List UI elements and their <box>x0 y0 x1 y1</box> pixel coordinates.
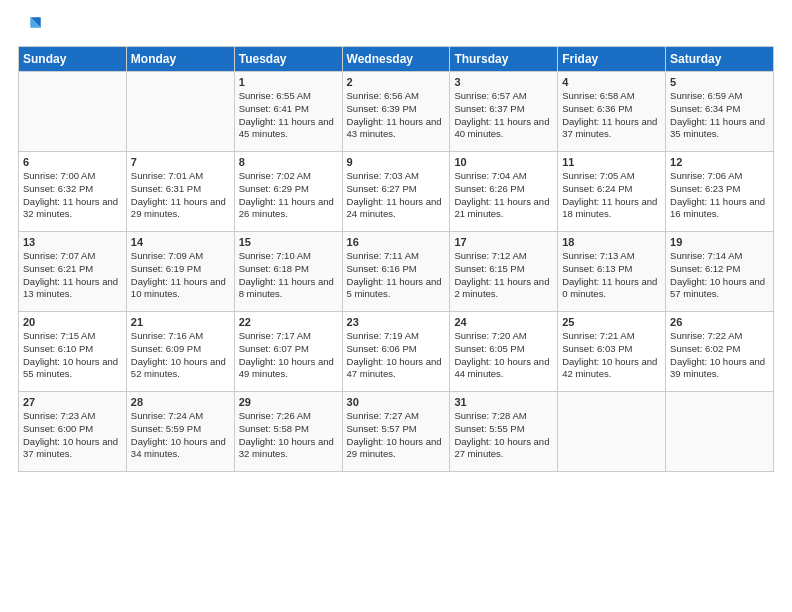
day-number: 25 <box>562 316 661 328</box>
calendar-cell <box>126 72 234 152</box>
week-row-0: 1Sunrise: 6:55 AM Sunset: 6:41 PM Daylig… <box>19 72 774 152</box>
day-number: 4 <box>562 76 661 88</box>
cell-info: Sunrise: 6:59 AM Sunset: 6:34 PM Dayligh… <box>670 90 765 139</box>
cell-info: Sunrise: 7:27 AM Sunset: 5:57 PM Dayligh… <box>347 410 442 459</box>
cell-info: Sunrise: 7:22 AM Sunset: 6:02 PM Dayligh… <box>670 330 765 379</box>
calendar-cell: 15Sunrise: 7:10 AM Sunset: 6:18 PM Dayli… <box>234 232 342 312</box>
calendar-cell: 4Sunrise: 6:58 AM Sunset: 6:36 PM Daylig… <box>558 72 666 152</box>
cell-info: Sunrise: 7:24 AM Sunset: 5:59 PM Dayligh… <box>131 410 226 459</box>
cell-info: Sunrise: 7:10 AM Sunset: 6:18 PM Dayligh… <box>239 250 334 299</box>
header <box>18 12 774 40</box>
cell-info: Sunrise: 7:12 AM Sunset: 6:15 PM Dayligh… <box>454 250 549 299</box>
calendar-cell: 10Sunrise: 7:04 AM Sunset: 6:26 PM Dayli… <box>450 152 558 232</box>
calendar-cell: 24Sunrise: 7:20 AM Sunset: 6:05 PM Dayli… <box>450 312 558 392</box>
cell-info: Sunrise: 7:28 AM Sunset: 5:55 PM Dayligh… <box>454 410 549 459</box>
calendar-cell: 17Sunrise: 7:12 AM Sunset: 6:15 PM Dayli… <box>450 232 558 312</box>
header-saturday: Saturday <box>666 47 774 72</box>
cell-info: Sunrise: 7:03 AM Sunset: 6:27 PM Dayligh… <box>347 170 442 219</box>
calendar-cell: 3Sunrise: 6:57 AM Sunset: 6:37 PM Daylig… <box>450 72 558 152</box>
cell-info: Sunrise: 7:23 AM Sunset: 6:00 PM Dayligh… <box>23 410 118 459</box>
cell-info: Sunrise: 7:07 AM Sunset: 6:21 PM Dayligh… <box>23 250 118 299</box>
calendar-cell: 19Sunrise: 7:14 AM Sunset: 6:12 PM Dayli… <box>666 232 774 312</box>
cell-info: Sunrise: 7:17 AM Sunset: 6:07 PM Dayligh… <box>239 330 334 379</box>
day-number: 12 <box>670 156 769 168</box>
header-friday: Friday <box>558 47 666 72</box>
day-number: 9 <box>347 156 446 168</box>
cell-info: Sunrise: 6:57 AM Sunset: 6:37 PM Dayligh… <box>454 90 549 139</box>
calendar-cell: 22Sunrise: 7:17 AM Sunset: 6:07 PM Dayli… <box>234 312 342 392</box>
day-number: 13 <box>23 236 122 248</box>
day-number: 27 <box>23 396 122 408</box>
day-number: 19 <box>670 236 769 248</box>
calendar-cell: 8Sunrise: 7:02 AM Sunset: 6:29 PM Daylig… <box>234 152 342 232</box>
logo <box>18 12 50 40</box>
week-row-3: 20Sunrise: 7:15 AM Sunset: 6:10 PM Dayli… <box>19 312 774 392</box>
calendar-cell: 11Sunrise: 7:05 AM Sunset: 6:24 PM Dayli… <box>558 152 666 232</box>
cell-info: Sunrise: 6:58 AM Sunset: 6:36 PM Dayligh… <box>562 90 657 139</box>
day-number: 7 <box>131 156 230 168</box>
day-number: 15 <box>239 236 338 248</box>
cell-info: Sunrise: 7:14 AM Sunset: 6:12 PM Dayligh… <box>670 250 765 299</box>
calendar-cell <box>666 392 774 472</box>
cell-info: Sunrise: 7:01 AM Sunset: 6:31 PM Dayligh… <box>131 170 226 219</box>
day-number: 8 <box>239 156 338 168</box>
header-tuesday: Tuesday <box>234 47 342 72</box>
calendar-cell: 7Sunrise: 7:01 AM Sunset: 6:31 PM Daylig… <box>126 152 234 232</box>
cell-info: Sunrise: 7:02 AM Sunset: 6:29 PM Dayligh… <box>239 170 334 219</box>
page: SundayMondayTuesdayWednesdayThursdayFrid… <box>0 0 792 480</box>
cell-info: Sunrise: 7:13 AM Sunset: 6:13 PM Dayligh… <box>562 250 657 299</box>
header-thursday: Thursday <box>450 47 558 72</box>
calendar-cell: 27Sunrise: 7:23 AM Sunset: 6:00 PM Dayli… <box>19 392 127 472</box>
day-number: 22 <box>239 316 338 328</box>
day-number: 11 <box>562 156 661 168</box>
day-number: 2 <box>347 76 446 88</box>
week-row-1: 6Sunrise: 7:00 AM Sunset: 6:32 PM Daylig… <box>19 152 774 232</box>
cell-info: Sunrise: 7:09 AM Sunset: 6:19 PM Dayligh… <box>131 250 226 299</box>
day-number: 30 <box>347 396 446 408</box>
day-number: 6 <box>23 156 122 168</box>
cell-info: Sunrise: 7:05 AM Sunset: 6:24 PM Dayligh… <box>562 170 657 219</box>
week-row-4: 27Sunrise: 7:23 AM Sunset: 6:00 PM Dayli… <box>19 392 774 472</box>
day-number: 10 <box>454 156 553 168</box>
calendar-cell: 9Sunrise: 7:03 AM Sunset: 6:27 PM Daylig… <box>342 152 450 232</box>
calendar-cell: 2Sunrise: 6:56 AM Sunset: 6:39 PM Daylig… <box>342 72 450 152</box>
day-number: 23 <box>347 316 446 328</box>
week-row-2: 13Sunrise: 7:07 AM Sunset: 6:21 PM Dayli… <box>19 232 774 312</box>
day-number: 20 <box>23 316 122 328</box>
calendar-cell: 6Sunrise: 7:00 AM Sunset: 6:32 PM Daylig… <box>19 152 127 232</box>
calendar-cell: 5Sunrise: 6:59 AM Sunset: 6:34 PM Daylig… <box>666 72 774 152</box>
cell-info: Sunrise: 7:20 AM Sunset: 6:05 PM Dayligh… <box>454 330 549 379</box>
day-number: 17 <box>454 236 553 248</box>
cell-info: Sunrise: 7:19 AM Sunset: 6:06 PM Dayligh… <box>347 330 442 379</box>
cell-info: Sunrise: 7:15 AM Sunset: 6:10 PM Dayligh… <box>23 330 118 379</box>
day-number: 18 <box>562 236 661 248</box>
header-wednesday: Wednesday <box>342 47 450 72</box>
calendar-table: SundayMondayTuesdayWednesdayThursdayFrid… <box>18 46 774 472</box>
day-number: 1 <box>239 76 338 88</box>
calendar-cell: 20Sunrise: 7:15 AM Sunset: 6:10 PM Dayli… <box>19 312 127 392</box>
day-number: 29 <box>239 396 338 408</box>
day-number: 26 <box>670 316 769 328</box>
cell-info: Sunrise: 7:26 AM Sunset: 5:58 PM Dayligh… <box>239 410 334 459</box>
header-sunday: Sunday <box>19 47 127 72</box>
calendar-cell: 1Sunrise: 6:55 AM Sunset: 6:41 PM Daylig… <box>234 72 342 152</box>
day-number: 14 <box>131 236 230 248</box>
day-number: 24 <box>454 316 553 328</box>
calendar-cell: 13Sunrise: 7:07 AM Sunset: 6:21 PM Dayli… <box>19 232 127 312</box>
cell-info: Sunrise: 7:04 AM Sunset: 6:26 PM Dayligh… <box>454 170 549 219</box>
calendar-cell: 12Sunrise: 7:06 AM Sunset: 6:23 PM Dayli… <box>666 152 774 232</box>
calendar-cell: 25Sunrise: 7:21 AM Sunset: 6:03 PM Dayli… <box>558 312 666 392</box>
calendar-cell: 26Sunrise: 7:22 AM Sunset: 6:02 PM Dayli… <box>666 312 774 392</box>
cell-info: Sunrise: 7:06 AM Sunset: 6:23 PM Dayligh… <box>670 170 765 219</box>
calendar-cell: 28Sunrise: 7:24 AM Sunset: 5:59 PM Dayli… <box>126 392 234 472</box>
calendar-cell: 29Sunrise: 7:26 AM Sunset: 5:58 PM Dayli… <box>234 392 342 472</box>
logo-icon <box>18 12 46 40</box>
day-number: 3 <box>454 76 553 88</box>
day-number: 5 <box>670 76 769 88</box>
day-number: 21 <box>131 316 230 328</box>
cell-info: Sunrise: 7:21 AM Sunset: 6:03 PM Dayligh… <box>562 330 657 379</box>
cell-info: Sunrise: 6:56 AM Sunset: 6:39 PM Dayligh… <box>347 90 442 139</box>
calendar-cell: 23Sunrise: 7:19 AM Sunset: 6:06 PM Dayli… <box>342 312 450 392</box>
cell-info: Sunrise: 7:00 AM Sunset: 6:32 PM Dayligh… <box>23 170 118 219</box>
calendar-cell: 14Sunrise: 7:09 AM Sunset: 6:19 PM Dayli… <box>126 232 234 312</box>
